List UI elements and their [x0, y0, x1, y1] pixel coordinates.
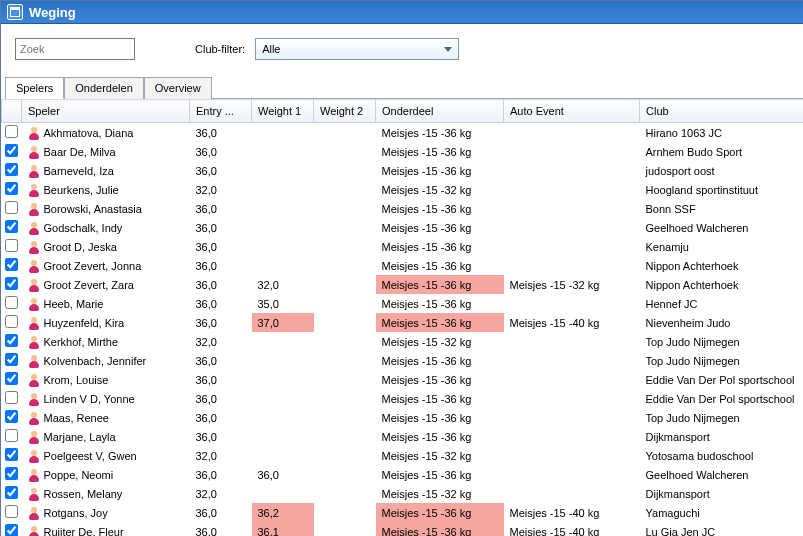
- row-checkbox[interactable]: [5, 524, 18, 536]
- weight1[interactable]: 36,0: [252, 465, 314, 484]
- weight1[interactable]: 36,1: [252, 522, 314, 536]
- row-checkbox[interactable]: [5, 505, 18, 518]
- row-checkbox[interactable]: [5, 353, 18, 366]
- weight1[interactable]: [252, 142, 314, 161]
- weight2[interactable]: [314, 503, 376, 522]
- table-row[interactable]: Rotgans, Joy36,036,2Meisjes -15 -36 kgMe…: [2, 503, 804, 522]
- table-row[interactable]: Barneveld, Iza36,0Meisjes -15 -36 kgjudo…: [2, 161, 804, 180]
- weight1[interactable]: [252, 218, 314, 237]
- weight2[interactable]: [314, 522, 376, 536]
- table-row[interactable]: Maas, Renee36,0Meisjes -15 -36 kgTop Jud…: [2, 408, 804, 427]
- table-row[interactable]: Poelgeest V, Gwen32,0Meisjes -15 -32 kgY…: [2, 446, 804, 465]
- table-row[interactable]: Groot D, Jeska36,0Meisjes -15 -36 kgKena…: [2, 237, 804, 256]
- weight1[interactable]: [252, 180, 314, 199]
- table-row[interactable]: Heeb, Marie36,035,0Meisjes -15 -36 kgHen…: [2, 294, 804, 313]
- club-filter-select[interactable]: Alle: [255, 38, 459, 60]
- weight1[interactable]: [252, 446, 314, 465]
- table-row[interactable]: Borowski, Anastasia36,0Meisjes -15 -36 k…: [2, 199, 804, 218]
- row-checkbox[interactable]: [5, 220, 18, 233]
- col-entry[interactable]: Entry ...: [190, 100, 252, 123]
- weight2[interactable]: [314, 180, 376, 199]
- weight1[interactable]: [252, 237, 314, 256]
- table-row[interactable]: Marjane, Layla36,0Meisjes -15 -36 kgDijk…: [2, 427, 804, 446]
- weight2[interactable]: [314, 294, 376, 313]
- weight1[interactable]: [252, 389, 314, 408]
- search-input[interactable]: [15, 38, 135, 60]
- weight2[interactable]: [314, 408, 376, 427]
- row-checkbox[interactable]: [5, 372, 18, 385]
- tab-onderdelen[interactable]: Onderdelen: [64, 77, 144, 99]
- weight1[interactable]: [252, 427, 314, 446]
- row-checkbox[interactable]: [5, 467, 18, 480]
- weight1[interactable]: [252, 408, 314, 427]
- weight1[interactable]: 32,0: [252, 275, 314, 294]
- weight2[interactable]: [314, 256, 376, 275]
- row-checkbox[interactable]: [5, 315, 18, 328]
- weight1[interactable]: 37,0: [252, 313, 314, 332]
- row-checkbox[interactable]: [5, 296, 18, 309]
- table-row[interactable]: Akhmatova, Diana36,0Meisjes -15 -36 kgHi…: [2, 123, 804, 143]
- weight2[interactable]: [314, 275, 376, 294]
- weight2[interactable]: [314, 370, 376, 389]
- row-checkbox[interactable]: [5, 201, 18, 214]
- weight2[interactable]: [314, 332, 376, 351]
- row-checkbox[interactable]: [5, 239, 18, 252]
- table-row[interactable]: Krom, Louise36,0Meisjes -15 -36 kgEddie …: [2, 370, 804, 389]
- weight2[interactable]: [314, 465, 376, 484]
- row-checkbox[interactable]: [5, 163, 18, 176]
- table-row[interactable]: Poppe, Neomi36,036,0Meisjes -15 -36 kgGe…: [2, 465, 804, 484]
- row-checkbox[interactable]: [5, 125, 18, 138]
- table-row[interactable]: Huyzenfeld, Kira36,037,0Meisjes -15 -36 …: [2, 313, 804, 332]
- row-checkbox[interactable]: [5, 144, 18, 157]
- col-onderdeel[interactable]: Onderdeel: [376, 100, 504, 123]
- row-checkbox[interactable]: [5, 448, 18, 461]
- table-row[interactable]: Kolvenbach, Jennifer36,0Meisjes -15 -36 …: [2, 351, 804, 370]
- col-auto-event[interactable]: Auto Event: [504, 100, 640, 123]
- weight1[interactable]: [252, 199, 314, 218]
- row-checkbox[interactable]: [5, 410, 18, 423]
- row-checkbox[interactable]: [5, 258, 18, 271]
- row-checkbox[interactable]: [5, 334, 18, 347]
- weight2[interactable]: [314, 123, 376, 143]
- table-row[interactable]: Baar De, Milva36,0Meisjes -15 -36 kgArnh…: [2, 142, 804, 161]
- weight2[interactable]: [314, 484, 376, 503]
- table-row[interactable]: Rossen, Melany32,0Meisjes -15 -32 kgDijk…: [2, 484, 804, 503]
- table-row[interactable]: Groot Zevert, Zara36,032,0Meisjes -15 -3…: [2, 275, 804, 294]
- weight2[interactable]: [314, 218, 376, 237]
- table-row[interactable]: Groot Zevert, Jonna36,0Meisjes -15 -36 k…: [2, 256, 804, 275]
- col-speler[interactable]: Speler: [22, 100, 190, 123]
- weight2[interactable]: [314, 389, 376, 408]
- table-row[interactable]: Ruijter De, Fleur36,036,1Meisjes -15 -36…: [2, 522, 804, 536]
- weight2[interactable]: [314, 237, 376, 256]
- weight1[interactable]: [252, 484, 314, 503]
- weight1[interactable]: 35,0: [252, 294, 314, 313]
- weight1[interactable]: [252, 256, 314, 275]
- table-row[interactable]: Godschalk, Indy36,0Meisjes -15 -36 kgGee…: [2, 218, 804, 237]
- weight2[interactable]: [314, 161, 376, 180]
- col-weight2[interactable]: Weight 2: [314, 100, 376, 123]
- weight1[interactable]: [252, 332, 314, 351]
- weight1[interactable]: [252, 123, 314, 143]
- weight1[interactable]: [252, 161, 314, 180]
- weight2[interactable]: [314, 427, 376, 446]
- row-checkbox[interactable]: [5, 182, 18, 195]
- row-checkbox[interactable]: [5, 391, 18, 404]
- title-bar[interactable]: Weging: [1, 1, 803, 24]
- weight1[interactable]: 36,2: [252, 503, 314, 522]
- weight1[interactable]: [252, 370, 314, 389]
- weight2[interactable]: [314, 142, 376, 161]
- tab-overview[interactable]: Overview: [144, 77, 212, 99]
- col-club[interactable]: Club: [640, 100, 804, 123]
- weight2[interactable]: [314, 351, 376, 370]
- col-checkbox[interactable]: [2, 100, 22, 123]
- weight2[interactable]: [314, 199, 376, 218]
- row-checkbox[interactable]: [5, 277, 18, 290]
- weight1[interactable]: [252, 351, 314, 370]
- col-weight1[interactable]: Weight 1: [252, 100, 314, 123]
- weight2[interactable]: [314, 446, 376, 465]
- row-checkbox[interactable]: [5, 429, 18, 442]
- table-row[interactable]: Kerkhof, Mirthe32,0Meisjes -15 -32 kgTop…: [2, 332, 804, 351]
- weight2[interactable]: [314, 313, 376, 332]
- table-row[interactable]: Linden V D, Yonne36,0Meisjes -15 -36 kgE…: [2, 389, 804, 408]
- row-checkbox[interactable]: [5, 486, 18, 499]
